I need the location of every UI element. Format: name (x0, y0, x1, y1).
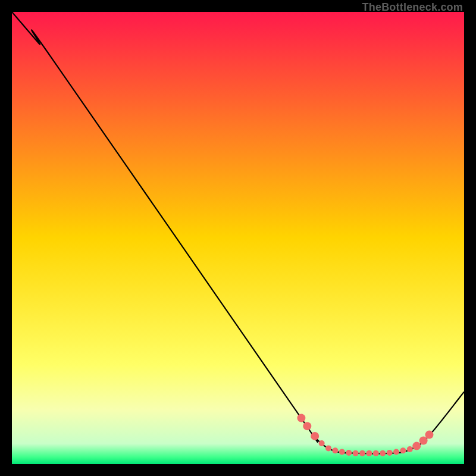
highlight-dot (380, 450, 386, 456)
highlight-dot (319, 440, 325, 446)
highlight-dot (366, 450, 372, 456)
highlight-dot (373, 450, 379, 456)
highlight-dot (425, 431, 433, 439)
highlight-dot (297, 414, 305, 422)
chart-frame (12, 12, 464, 464)
highlight-dot (346, 450, 352, 456)
highlight-dot (387, 450, 393, 456)
highlight-dot (332, 447, 338, 453)
highlight-dot (325, 445, 331, 451)
bottleneck-chart (12, 12, 464, 464)
highlight-dot (419, 436, 428, 444)
highlight-dot (359, 450, 365, 456)
gradient-background (12, 12, 464, 464)
highlight-dot (407, 446, 413, 452)
highlight-dot (311, 432, 319, 440)
highlight-dot (400, 447, 406, 453)
highlight-dot (353, 450, 359, 456)
highlight-dot (393, 449, 399, 455)
highlight-dot (412, 442, 421, 450)
highlight-dot (303, 422, 311, 430)
highlight-dot (339, 449, 345, 455)
